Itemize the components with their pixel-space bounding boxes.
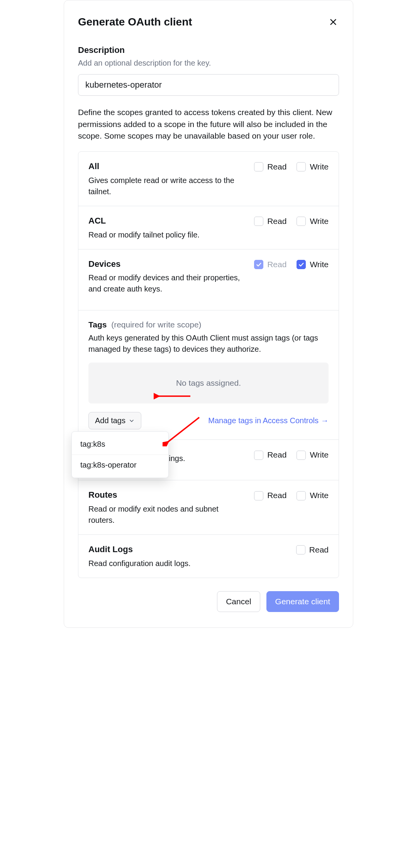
scope-desc: Read or modify exit nodes and subnet rou… bbox=[88, 504, 246, 526]
perm-label-read: Read bbox=[309, 544, 329, 556]
scopes-intro-text: Define the scopes granted to access toke… bbox=[78, 107, 339, 142]
generate-oauth-modal: Generate OAuth client Description Add an… bbox=[64, 0, 353, 628]
checkbox-audit-read[interactable] bbox=[296, 545, 305, 554]
scope-name: All bbox=[88, 160, 246, 173]
perm-label-write: Write bbox=[310, 161, 329, 173]
scope-row-acl: ACL Read or modify tailnet policy file. … bbox=[78, 206, 339, 249]
chevron-down-icon bbox=[129, 418, 135, 424]
scopes-list: All Gives complete read or write access … bbox=[78, 151, 339, 578]
scope-name: Routes bbox=[88, 489, 246, 501]
perm-label-read: Read bbox=[267, 215, 286, 227]
scope-row-audit: Audit Logs Read configuration audit logs… bbox=[78, 535, 339, 578]
scope-desc: Gives complete read or write access to t… bbox=[88, 175, 246, 197]
scope-name: Audit Logs bbox=[88, 543, 288, 556]
scope-desc: Read or modify devices and their propert… bbox=[88, 272, 246, 295]
checkbox-obscured-write[interactable] bbox=[297, 451, 306, 460]
scope-desc: Read or modify tailnet policy file. bbox=[88, 229, 246, 241]
tags-actions: Add tags Manage tags in Access Controls … bbox=[88, 412, 329, 429]
arrow-right-icon: → bbox=[321, 415, 329, 426]
manage-tags-label: Manage tags in Access Controls bbox=[208, 415, 319, 426]
scope-row-routes: Routes Read or modify exit nodes and sub… bbox=[78, 480, 339, 535]
modal-title: Generate OAuth client bbox=[78, 14, 192, 30]
modal-header: Generate OAuth client bbox=[78, 14, 339, 30]
modal-footer: Cancel Generate client bbox=[78, 591, 339, 612]
tags-empty-state: No tags assigned. bbox=[88, 363, 329, 403]
perm-label-read: Read bbox=[267, 449, 286, 461]
description-input[interactable] bbox=[78, 74, 339, 96]
perm-label-write: Write bbox=[310, 490, 329, 501]
scope-name: Devices bbox=[88, 258, 246, 270]
tag-option-k8s-operator[interactable]: tag:k8s-operator bbox=[72, 454, 168, 475]
perm-label-read: Read bbox=[267, 161, 286, 173]
checkbox-obscured-read[interactable] bbox=[254, 451, 263, 460]
perm-label-read: Read bbox=[267, 490, 286, 501]
checkbox-routes-write[interactable] bbox=[297, 491, 306, 500]
checkbox-acl-write[interactable] bbox=[297, 217, 306, 226]
close-icon bbox=[329, 18, 337, 26]
scope-name: ACL bbox=[88, 215, 246, 227]
cancel-button[interactable]: Cancel bbox=[217, 591, 260, 612]
checkbox-all-read[interactable] bbox=[254, 162, 263, 171]
scope-desc: Read configuration audit logs. bbox=[88, 558, 288, 569]
perm-label-write: Write bbox=[310, 259, 329, 270]
checkbox-all-write[interactable] bbox=[297, 162, 306, 171]
description-label: Description bbox=[78, 44, 339, 56]
checkbox-acl-read[interactable] bbox=[254, 217, 263, 226]
scope-row-devices: Devices Read or modify devices and their… bbox=[78, 249, 339, 303]
add-tags-dropdown: tag:k8s tag:k8s-operator bbox=[71, 431, 169, 478]
scope-row-all: All Gives complete read or write access … bbox=[78, 152, 339, 206]
add-tags-button[interactable]: Add tags bbox=[88, 412, 141, 429]
tag-option-k8s[interactable]: tag:k8s bbox=[72, 434, 168, 454]
tags-required-hint: (required for write scope) bbox=[109, 320, 201, 329]
checkbox-routes-read[interactable] bbox=[254, 491, 263, 500]
add-tags-label: Add tags bbox=[95, 416, 125, 425]
manage-tags-link[interactable]: Manage tags in Access Controls → bbox=[208, 415, 329, 426]
perm-label-write: Write bbox=[310, 215, 329, 227]
checkbox-devices-write[interactable] bbox=[297, 260, 306, 269]
generate-client-button[interactable]: Generate client bbox=[266, 591, 339, 612]
devices-tags-section: Tags (required for write scope) Auth key… bbox=[78, 303, 339, 440]
close-button[interactable] bbox=[327, 16, 339, 28]
description-hint: Add an optional description for the key. bbox=[78, 58, 339, 69]
tags-desc: Auth keys generated by this OAuth Client… bbox=[88, 332, 329, 355]
perm-label-write: Write bbox=[310, 449, 329, 461]
perm-label-read: Read bbox=[267, 259, 286, 270]
checkbox-devices-read[interactable] bbox=[254, 260, 263, 269]
tags-title: Tags bbox=[88, 320, 107, 329]
